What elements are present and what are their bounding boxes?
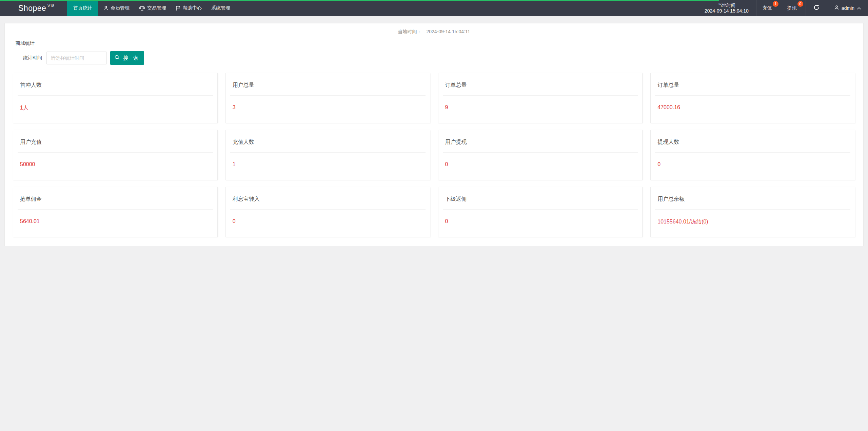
stat-card-value: 50000 — [13, 153, 217, 168]
chevron-up-icon — [857, 5, 861, 11]
stat-card: 首冲人数 1人 — [13, 73, 218, 123]
refresh-button[interactable] — [806, 0, 827, 16]
page-load-progress-bar — [0, 0, 719, 1]
stat-cards-grid: 首冲人数 1人 用户总量 3 订单总量 9 订单总量 47000.16 用户充值… — [9, 73, 859, 237]
stat-card: 用户总量 3 — [225, 73, 430, 123]
filter-row: 统计时间 搜 索 — [23, 51, 859, 65]
recharge-button[interactable]: 充值 1 — [756, 0, 781, 16]
search-button[interactable]: 搜 索 — [110, 51, 144, 65]
stat-card-title: 用户总量 — [226, 73, 430, 89]
stat-card: 用户充值 50000 — [13, 130, 218, 180]
stat-time-input[interactable] — [46, 52, 107, 64]
withdraw-button[interactable]: 提现 0 — [781, 0, 806, 16]
search-button-label: 搜 索 — [123, 55, 140, 61]
brand-logo[interactable]: Shopee V18 — [0, 0, 67, 16]
refresh-icon — [813, 4, 820, 12]
navbar-right-tools: 当地时间 2024-09-14 15:04:10 充值 1 提现 0 — [697, 0, 868, 16]
stat-card: 利息宝转入 0 — [225, 187, 430, 237]
stat-card-value: 0 — [651, 153, 855, 168]
stat-card: 充值人数 1 — [225, 130, 430, 180]
stat-card-title: 利息宝转入 — [226, 187, 430, 203]
nav-item-label: 帮助中心 — [183, 5, 202, 11]
stat-card-value: 0 — [226, 210, 430, 224]
main-panel: 当地时间： 2024-09-14 15:04:11 商城统计 统计时间 搜 索 … — [4, 23, 864, 246]
stat-card-title: 提现人数 — [651, 130, 855, 146]
stat-card-title: 订单总量 — [438, 73, 643, 89]
stat-card-title: 用户总余额 — [651, 187, 855, 203]
stat-card-title: 用户充值 — [13, 130, 217, 146]
stat-card: 下级返佣 0 — [438, 187, 643, 237]
current-time-value: 2024-09-14 15:04:11 — [426, 29, 470, 34]
stat-card-value: 3 — [226, 96, 430, 111]
brand-name: Shopee — [18, 4, 46, 13]
nav-item-system[interactable]: 系统管理 — [206, 0, 235, 16]
stat-card-value: 1人 — [13, 96, 217, 112]
current-time-line: 当地时间： 2024-09-14 15:04:11 — [9, 29, 859, 35]
nav-item-help-center[interactable]: 帮助中心 — [171, 0, 206, 16]
current-time-label: 当地时间： — [398, 29, 422, 34]
stat-card: 订单总量 9 — [438, 73, 643, 123]
stat-card-title: 充值人数 — [226, 130, 430, 146]
recharge-badge: 1 — [773, 1, 778, 7]
stat-card-value: 10155640.01/冻结(0) — [651, 210, 855, 226]
stat-card: 用户提现 0 — [438, 130, 643, 180]
nav-item-home-stats[interactable]: 首页统计 — [67, 0, 98, 16]
nav-item-label: 首页统计 — [73, 5, 92, 11]
nav-item-transactions[interactable]: 交易管理 — [134, 0, 171, 16]
stat-card-title: 首冲人数 — [13, 73, 217, 89]
stat-time-label: 统计时间 — [23, 55, 42, 61]
recharge-label: 充值 — [763, 5, 772, 11]
top-navbar: Shopee V18 首页统计 会员管理 交易管理 — [0, 0, 868, 16]
local-time-value: 2024-09-14 15:04:10 — [705, 8, 749, 14]
stat-card-title: 用户提现 — [438, 130, 643, 146]
stat-card-value: 5640.01 — [13, 210, 217, 224]
flag-icon — [176, 5, 181, 11]
withdraw-label: 提现 — [787, 5, 797, 11]
nav-item-label: 交易管理 — [147, 5, 166, 11]
stat-card: 抢单佣金 5640.01 — [13, 187, 218, 237]
user-icon — [103, 5, 108, 11]
withdraw-badge: 0 — [797, 1, 803, 7]
stat-card: 提现人数 0 — [650, 130, 855, 180]
nav-item-label: 系统管理 — [211, 5, 230, 11]
user-menu[interactable]: admin — [827, 0, 868, 16]
brand-version: V18 — [47, 4, 54, 8]
stat-card-title: 下级返佣 — [438, 187, 643, 203]
stat-card-value: 47000.16 — [651, 96, 855, 111]
stat-card: 用户总余额 10155640.01/冻结(0) — [650, 187, 855, 237]
username: admin — [842, 5, 854, 11]
page-title: 商城统计 — [16, 40, 859, 46]
stat-card-value: 0 — [438, 210, 643, 224]
stat-card: 订单总量 47000.16 — [650, 73, 855, 123]
stat-card-title: 抢单佣金 — [13, 187, 217, 203]
nav-item-members[interactable]: 会员管理 — [98, 0, 134, 16]
user-icon — [834, 5, 839, 11]
nav-item-label: 会员管理 — [111, 5, 130, 11]
scale-icon — [139, 5, 145, 11]
local-time-block: 当地时间 2024-09-14 15:04:10 — [697, 0, 756, 16]
search-icon — [114, 55, 120, 61]
stat-card-value: 9 — [438, 96, 643, 111]
stat-card-title: 订单总量 — [651, 73, 855, 89]
local-time-label: 当地时间 — [718, 2, 735, 8]
main-menu: 首页统计 会员管理 交易管理 — [67, 0, 235, 16]
stat-card-value: 1 — [226, 153, 430, 168]
stat-card-value: 0 — [438, 153, 643, 168]
